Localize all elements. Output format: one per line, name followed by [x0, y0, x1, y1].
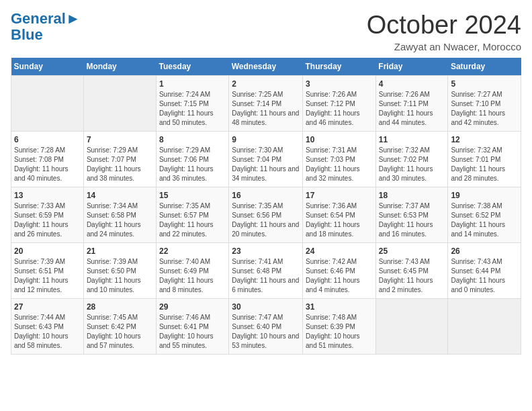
calendar-cell: 2Sunrise: 7:25 AM Sunset: 7:14 PM Daylig… — [229, 76, 303, 132]
calendar-cell: 21Sunrise: 7:39 AM Sunset: 6:50 PM Dayli… — [83, 243, 156, 299]
calendar-week-row: 27Sunrise: 7:44 AM Sunset: 6:43 PM Dayli… — [11, 299, 521, 355]
calendar-cell: 9Sunrise: 7:30 AM Sunset: 7:04 PM Daylig… — [229, 132, 303, 187]
calendar-cell: 24Sunrise: 7:42 AM Sunset: 6:46 PM Dayli… — [303, 243, 376, 299]
day-of-week-header: Monday — [83, 58, 156, 76]
day-info: Sunrise: 7:48 AM Sunset: 6:39 PM Dayligh… — [306, 313, 373, 351]
day-number: 29 — [159, 302, 226, 312]
logo-blue-text: Blue — [11, 26, 43, 43]
calendar-cell: 11Sunrise: 7:32 AM Sunset: 7:02 PM Dayli… — [375, 132, 448, 187]
calendar-cell: 6Sunrise: 7:28 AM Sunset: 7:08 PM Daylig… — [11, 132, 84, 187]
day-number: 5 — [451, 79, 518, 89]
calendar-cell: 27Sunrise: 7:44 AM Sunset: 6:43 PM Dayli… — [11, 299, 84, 355]
day-info: Sunrise: 7:29 AM Sunset: 7:06 PM Dayligh… — [159, 146, 226, 183]
calendar-cell: 10Sunrise: 7:31 AM Sunset: 7:03 PM Dayli… — [303, 132, 376, 187]
day-info: Sunrise: 7:25 AM Sunset: 7:14 PM Dayligh… — [232, 90, 300, 128]
day-info: Sunrise: 7:43 AM Sunset: 6:44 PM Dayligh… — [451, 257, 518, 295]
day-of-week-header: Tuesday — [156, 58, 228, 76]
day-number: 16 — [232, 191, 300, 200]
calendar-cell: 29Sunrise: 7:46 AM Sunset: 6:41 PM Dayli… — [156, 299, 228, 355]
day-info: Sunrise: 7:32 AM Sunset: 7:02 PM Dayligh… — [379, 146, 445, 183]
calendar-week-row: 6Sunrise: 7:28 AM Sunset: 7:08 PM Daylig… — [11, 132, 521, 187]
calendar-cell: 30Sunrise: 7:47 AM Sunset: 6:40 PM Dayli… — [229, 299, 303, 355]
day-info: Sunrise: 7:47 AM Sunset: 6:40 PM Dayligh… — [232, 313, 300, 351]
day-number: 27 — [14, 302, 81, 312]
calendar-cell: 13Sunrise: 7:33 AM Sunset: 6:59 PM Dayli… — [11, 187, 84, 243]
day-info: Sunrise: 7:35 AM Sunset: 6:56 PM Dayligh… — [232, 201, 300, 239]
day-info: Sunrise: 7:27 AM Sunset: 7:10 PM Dayligh… — [451, 90, 518, 128]
calendar-cell: 22Sunrise: 7:40 AM Sunset: 6:49 PM Dayli… — [156, 243, 228, 299]
day-info: Sunrise: 7:26 AM Sunset: 7:11 PM Dayligh… — [379, 90, 445, 128]
day-number: 14 — [87, 191, 153, 200]
day-info: Sunrise: 7:33 AM Sunset: 6:59 PM Dayligh… — [14, 201, 81, 239]
day-of-week-header: Thursday — [303, 58, 376, 76]
calendar-week-row: 13Sunrise: 7:33 AM Sunset: 6:59 PM Dayli… — [11, 187, 521, 243]
day-info: Sunrise: 7:41 AM Sunset: 6:48 PM Dayligh… — [232, 257, 300, 295]
calendar-cell: 31Sunrise: 7:48 AM Sunset: 6:39 PM Dayli… — [303, 299, 376, 355]
day-info: Sunrise: 7:40 AM Sunset: 6:49 PM Dayligh… — [159, 257, 226, 295]
day-number: 25 — [379, 246, 445, 256]
day-info: Sunrise: 7:34 AM Sunset: 6:58 PM Dayligh… — [87, 201, 153, 239]
day-number: 19 — [451, 191, 518, 200]
calendar-cell: 14Sunrise: 7:34 AM Sunset: 6:58 PM Dayli… — [83, 187, 156, 243]
day-number: 2 — [232, 79, 300, 89]
calendar-week-row: 1Sunrise: 7:24 AM Sunset: 7:15 PM Daylig… — [11, 76, 521, 132]
day-number: 18 — [379, 191, 445, 200]
day-number: 20 — [14, 246, 81, 256]
day-info: Sunrise: 7:32 AM Sunset: 7:01 PM Dayligh… — [451, 146, 518, 183]
day-info: Sunrise: 7:37 AM Sunset: 6:53 PM Dayligh… — [379, 201, 445, 239]
calendar-cell: 7Sunrise: 7:29 AM Sunset: 7:07 PM Daylig… — [83, 132, 156, 187]
day-info: Sunrise: 7:38 AM Sunset: 6:52 PM Dayligh… — [451, 201, 518, 239]
calendar-cell: 23Sunrise: 7:41 AM Sunset: 6:48 PM Dayli… — [229, 243, 303, 299]
calendar-cell — [11, 76, 84, 132]
day-info: Sunrise: 7:28 AM Sunset: 7:08 PM Dayligh… — [14, 146, 81, 183]
day-of-week-header: Saturday — [448, 58, 521, 76]
day-info: Sunrise: 7:35 AM Sunset: 6:57 PM Dayligh… — [159, 201, 226, 239]
day-number: 11 — [379, 135, 445, 144]
calendar-cell: 18Sunrise: 7:37 AM Sunset: 6:53 PM Dayli… — [375, 187, 448, 243]
day-number: 15 — [159, 191, 226, 200]
calendar-cell — [375, 299, 448, 355]
calendar-week-row: 20Sunrise: 7:39 AM Sunset: 6:51 PM Dayli… — [11, 243, 521, 299]
day-number: 12 — [451, 135, 518, 144]
day-number: 4 — [379, 79, 445, 89]
calendar-cell — [448, 299, 521, 355]
day-number: 9 — [232, 135, 300, 144]
day-of-week-header: Wednesday — [229, 58, 303, 76]
day-info: Sunrise: 7:31 AM Sunset: 7:03 PM Dayligh… — [306, 146, 373, 183]
day-number: 30 — [232, 302, 300, 312]
day-number: 10 — [306, 135, 373, 144]
day-number: 26 — [451, 246, 518, 256]
calendar-cell: 12Sunrise: 7:32 AM Sunset: 7:01 PM Dayli… — [448, 132, 521, 187]
day-of-week-header: Sunday — [11, 58, 84, 76]
day-info: Sunrise: 7:26 AM Sunset: 7:12 PM Dayligh… — [306, 90, 373, 128]
day-number: 22 — [159, 246, 226, 256]
logo: General► Blue — [11, 11, 81, 43]
calendar-cell: 15Sunrise: 7:35 AM Sunset: 6:57 PM Dayli… — [156, 187, 228, 243]
day-info: Sunrise: 7:39 AM Sunset: 6:51 PM Dayligh… — [14, 257, 81, 295]
calendar-cell: 3Sunrise: 7:26 AM Sunset: 7:12 PM Daylig… — [303, 76, 376, 132]
day-info: Sunrise: 7:43 AM Sunset: 6:45 PM Dayligh… — [379, 257, 445, 295]
day-number: 24 — [306, 246, 373, 256]
calendar-cell: 28Sunrise: 7:45 AM Sunset: 6:42 PM Dayli… — [83, 299, 156, 355]
day-info: Sunrise: 7:39 AM Sunset: 6:50 PM Dayligh… — [87, 257, 153, 295]
day-info: Sunrise: 7:24 AM Sunset: 7:15 PM Dayligh… — [159, 90, 226, 128]
day-number: 13 — [14, 191, 81, 200]
day-number: 7 — [87, 135, 153, 144]
calendar-table: SundayMondayTuesdayWednesdayThursdayFrid… — [11, 58, 521, 355]
calendar-body: 1Sunrise: 7:24 AM Sunset: 7:15 PM Daylig… — [11, 76, 521, 355]
day-number: 1 — [159, 79, 226, 89]
day-number: 31 — [306, 302, 373, 312]
day-info: Sunrise: 7:46 AM Sunset: 6:41 PM Dayligh… — [159, 313, 226, 351]
calendar-cell: 4Sunrise: 7:26 AM Sunset: 7:11 PM Daylig… — [375, 76, 448, 132]
day-info: Sunrise: 7:42 AM Sunset: 6:46 PM Dayligh… — [306, 257, 373, 295]
calendar-cell: 17Sunrise: 7:36 AM Sunset: 6:54 PM Dayli… — [303, 187, 376, 243]
month-title: October 2024 — [367, 11, 521, 40]
day-of-week-header: Friday — [375, 58, 448, 76]
calendar-cell: 8Sunrise: 7:29 AM Sunset: 7:06 PM Daylig… — [156, 132, 228, 187]
location-title: Zawyat an Nwacer, Morocco — [367, 41, 521, 52]
calendar-cell: 20Sunrise: 7:39 AM Sunset: 6:51 PM Dayli… — [11, 243, 84, 299]
calendar-cell: 16Sunrise: 7:35 AM Sunset: 6:56 PM Dayli… — [229, 187, 303, 243]
day-number: 3 — [306, 79, 373, 89]
day-number: 17 — [306, 191, 373, 200]
calendar-cell: 25Sunrise: 7:43 AM Sunset: 6:45 PM Dayli… — [375, 243, 448, 299]
